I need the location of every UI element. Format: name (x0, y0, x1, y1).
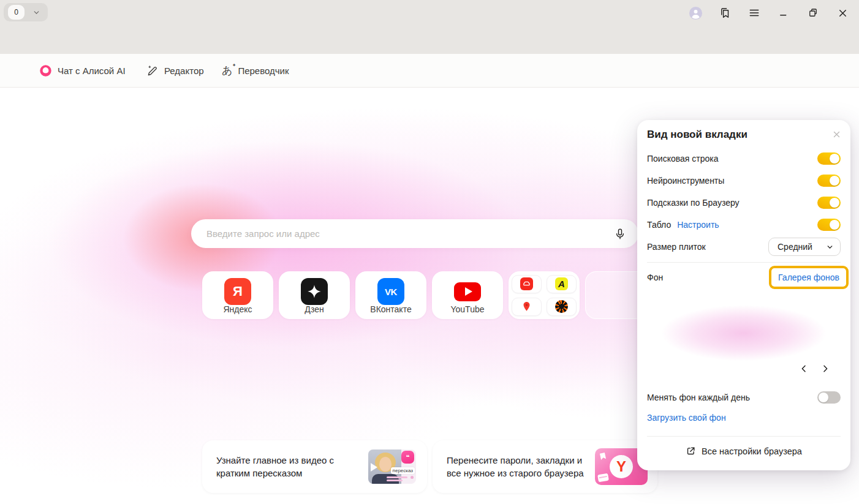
group-app-avito[interactable]: A (547, 275, 577, 293)
setting-row-browser-tips: Подсказки по Браузеру (647, 196, 841, 209)
translate-icon: あ✦ (222, 66, 232, 76)
upload-background-link[interactable]: Загрузить свой фон (647, 413, 726, 423)
avatar-icon (689, 6, 703, 20)
promo-card-video-summary[interactable]: Узнайте главное из видео с кратким перес… (202, 440, 427, 493)
bookmark-alice-chat[interactable]: Чат с Алисой AI (39, 54, 126, 88)
tile-size-select[interactable]: Средний (768, 238, 841, 256)
yandex-app-icon: Я (224, 278, 251, 305)
bookmarks-icon (719, 7, 732, 20)
group-app-maps[interactable] (512, 298, 542, 316)
hamburger-icon (748, 7, 760, 19)
setting-label: Поисковая строка (647, 154, 718, 164)
setting-label: Размер плиток (647, 242, 706, 252)
chevron-right-icon (820, 364, 830, 374)
bookmarks-bar: Чат с Алисой AI Редактор あ✦ Переводчик (0, 54, 859, 88)
upload-background-row: Загрузить свой фон (647, 411, 841, 424)
setting-label: Нейроинструменты (647, 176, 724, 186)
tab-group: 0 (4, 3, 48, 21)
background-preview (647, 303, 841, 361)
toggle-neuro-tools[interactable] (817, 175, 841, 187)
card-shape-icon (597, 473, 609, 483)
collections-button[interactable] (717, 6, 733, 20)
youtube-logo-icon (454, 278, 481, 305)
restore-button[interactable] (805, 6, 821, 20)
bookmark-editor[interactable]: Редактор (146, 54, 204, 88)
dzen-star-icon (301, 278, 328, 305)
tile-label: ВКонтакте (370, 304, 411, 314)
ybrowser-logo-icon: Y (610, 455, 633, 478)
bookmark-translator[interactable]: あ✦ Переводчик (222, 54, 289, 88)
chevron-down-icon (826, 243, 834, 251)
rewrap-badge-icon: ❝ (401, 451, 414, 464)
tile-size-value: Средний (778, 242, 812, 252)
group-app-kinopoisk[interactable] (547, 298, 577, 316)
setting-row-tile-size: Размер плиток Средний (647, 238, 841, 256)
toggle-tableau[interactable] (817, 219, 841, 231)
bookmark-label: Редактор (164, 66, 204, 76)
toggle-change-daily[interactable] (817, 391, 841, 404)
setting-row-search-bar: Поисковая строка (647, 152, 841, 165)
close-icon (837, 7, 849, 19)
tile-vkontakte[interactable]: VK ВКонтакте (355, 271, 426, 319)
page-search-bar[interactable]: Введите запрос или адрес (191, 219, 638, 248)
close-window-button[interactable] (834, 6, 850, 20)
all-settings-label: Все настройки браузера (702, 446, 802, 456)
bookmark-label: Переводчик (238, 66, 289, 76)
play-icon (371, 463, 377, 472)
group-app-auto[interactable] (512, 275, 542, 293)
tile-label: YouTube (450, 304, 484, 314)
panel-divider (647, 262, 841, 263)
setting-label: Фон (647, 273, 663, 282)
background-next-button[interactable] (817, 361, 833, 377)
background-prev-button[interactable] (796, 361, 812, 377)
tab-list-button[interactable] (28, 5, 44, 20)
setting-label: Табло (647, 220, 671, 230)
tile-group[interactable]: A (509, 271, 580, 319)
promo-text: Перенесите пароли, закладки и все нужное… (447, 454, 595, 480)
panel-title: Вид новой вкладки (647, 129, 747, 141)
tab-badge: 0 (14, 8, 18, 17)
toggle-search-bar[interactable] (817, 152, 841, 165)
setting-row-tableau: Табло Настроить (647, 218, 841, 231)
bookmark-shape-icon (597, 451, 608, 462)
promo-text: Узнайте главное из видео с кратким перес… (216, 454, 365, 480)
rewrap-label: пересказ (391, 467, 415, 474)
setting-label: Подсказки по Браузеру (647, 198, 740, 208)
minimize-button[interactable] (776, 6, 792, 20)
setting-row-change-daily: Менять фон каждый день (647, 391, 841, 404)
close-icon (832, 130, 841, 139)
promo-card-import[interactable]: Перенесите пароли, закладки и все нужное… (433, 440, 657, 493)
profile-button[interactable] (687, 6, 703, 20)
active-tab[interactable]: 0 (8, 5, 25, 20)
tile-dzen[interactable]: Дзен (279, 271, 350, 319)
new-tab-appearance-panel: Вид новой вкладки Поисковая строка Нейро… (637, 120, 850, 470)
setting-row-neuro-tools: Нейроинструменты (647, 174, 841, 187)
tableau-configure-link[interactable]: Настроить (677, 220, 719, 230)
tab-strip: 0 (0, 0, 859, 26)
tile-youtube[interactable]: YouTube (432, 271, 503, 319)
car-app-icon (520, 277, 533, 290)
menu-button[interactable] (746, 6, 762, 20)
kinopoisk-icon (555, 300, 568, 313)
bookmark-label: Чат с Алисой AI (58, 66, 126, 76)
panel-divider (647, 436, 841, 437)
setting-label: Менять фон каждый день (647, 393, 750, 402)
tile-label: Дзен (305, 304, 324, 314)
tile-label: Яндекс (223, 304, 252, 314)
minimize-icon (778, 7, 789, 18)
vk-logo-icon: VK (377, 278, 404, 305)
pencil-sparkle-icon (146, 64, 159, 77)
tile-yandex[interactable]: Я Яндекс (202, 271, 273, 319)
microphone-icon[interactable] (614, 228, 626, 240)
restore-window-icon (808, 7, 819, 18)
chevron-left-icon (799, 364, 809, 374)
all-settings-link[interactable]: Все настройки браузера (637, 446, 850, 456)
toggle-browser-tips[interactable] (817, 197, 841, 209)
panel-close-button[interactable] (830, 127, 843, 141)
background-gallery-button[interactable]: Галерея фонов (778, 273, 839, 282)
chevron-down-icon (32, 9, 40, 17)
alice-icon (39, 64, 52, 77)
search-placeholder: Введите запрос или адрес (206, 228, 614, 239)
map-pin-icon (521, 301, 532, 312)
avito-app-icon: A (555, 277, 568, 290)
